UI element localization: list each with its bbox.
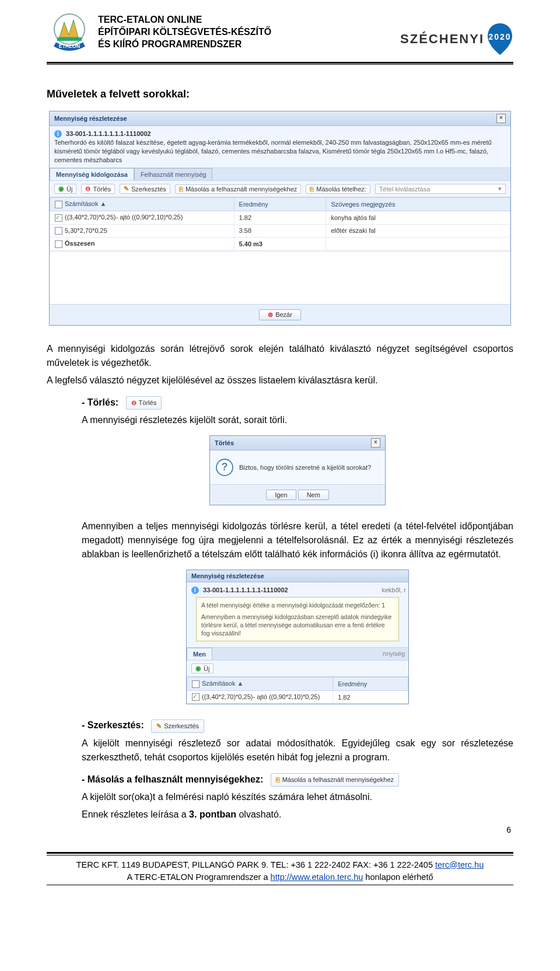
svg-rect-1 (57, 37, 82, 41)
info-icon: i (54, 130, 62, 138)
select-all-checkbox[interactable] (55, 201, 62, 208)
row-checkbox[interactable] (55, 214, 62, 222)
email-link[interactable]: terc@terc.hu (435, 860, 484, 869)
item-info-bar: i 33-001-1.1.1.1.1.1.1-1110002 Teherhord… (50, 126, 510, 168)
section-title: Műveletek a felvett sorokkal: (47, 88, 513, 100)
pin-year: 2020 (488, 32, 511, 41)
question-icon: ? (216, 459, 233, 476)
copy-description-2: Ennek részletes leírása a 3. pontban olv… (82, 808, 513, 822)
page-number: 6 (47, 825, 511, 834)
copy-heading-line: - Másolás a felhasznált mennyiségekhez: … (82, 773, 513, 787)
item-code: 33-001-1.1.1.1.1.1.1-1110002 (203, 586, 288, 593)
chevron-down-icon: ▾ (498, 185, 502, 193)
table-row[interactable]: ((3,40*2,70)*0,25)- ajtó ((0,90*2,10)*0,… (50, 211, 510, 224)
tooltip: A tétel mennyiségi értéke a mennyiségi k… (196, 597, 399, 642)
new-button[interactable]: ◉Új (54, 184, 76, 194)
brand-title: TERC-ETALON ONLINE ÉPÍTŐIPARI KÖLTSÉGVET… (98, 12, 271, 50)
table-row-total: Összesen 5.40 m3 (50, 237, 510, 251)
edit-description: A kijelölt mennyiségi részletező sor ada… (82, 736, 513, 764)
col-calc: Számítások (65, 200, 98, 207)
edit-button-inline[interactable]: ✎Szerkesztés (151, 719, 204, 733)
brand-line-1: TERC-ETALON ONLINE (98, 14, 271, 26)
table-row[interactable]: ((3,40*2,70)*0,25)- ajtó ((0,90*2,10)*0,… (187, 690, 408, 704)
szechenyi-text: SZÉCHENYI (400, 32, 484, 47)
row-checkbox[interactable] (55, 240, 62, 248)
dialog-title: Mennyiség részletezése (54, 115, 127, 122)
tab-fragment[interactable]: Men (187, 648, 212, 660)
no-button[interactable]: Nem (298, 490, 329, 500)
paragraph: A legfelső választó négyzet kijelöléséve… (47, 373, 513, 387)
pin-icon: 2020 (487, 22, 513, 56)
copy-label: - Másolás a felhasznált mennyiségekhez: (82, 774, 263, 784)
calculation-grid: Számítások ▲ Eredmény Szöveges megjegyzé… (50, 197, 510, 250)
szechenyi-logo: SZÉCHENYI 2020 (400, 12, 513, 56)
delete-button[interactable]: ⊖Törlés (81, 184, 115, 194)
col-note: Szöveges megjegyzés (326, 198, 510, 211)
row-checkbox[interactable] (55, 227, 62, 235)
paragraph: Amennyiben a teljes mennyiségi kidolgozá… (82, 519, 513, 561)
copy-button-inline[interactable]: ⎘Másolás a felhasznált mennyiségekhez (271, 773, 399, 787)
document-header: ETALON TERC-ETALON ONLINE ÉPÍTŐIPARI KÖL… (47, 12, 513, 57)
clipped-text: nnyiség (212, 648, 408, 660)
tab-used-quantity[interactable]: Felhasznált mennyiség (134, 168, 213, 180)
clipped-text: kekből, r (382, 586, 406, 595)
svg-text:ETALON: ETALON (59, 43, 80, 49)
close-button[interactable]: ⊗Bezár (259, 309, 301, 320)
new-button[interactable]: ◉Új (191, 663, 214, 673)
quantity-detail-dialog: Mennyiség részletezése × i 33-001-1.1.1.… (49, 111, 511, 326)
delete-button-inline[interactable]: ⊖Törlés (126, 396, 162, 410)
close-icon[interactable]: × (371, 438, 380, 448)
confirm-title: Törlés (215, 439, 234, 446)
dialog-toolbar: ◉Új ⊖Törlés ✎Szerkesztés ⎘Másolás a felh… (50, 180, 510, 197)
dialog-title: Mennyiség részletezése (191, 572, 264, 579)
sort-icon[interactable]: ▲ (100, 200, 107, 207)
document-footer: TERC KFT. 1149 BUDAPEST, PILLANGÓ PARK 9… (47, 852, 513, 885)
paragraph: A mennyiségi kidolgozás során létrejövő … (47, 342, 513, 370)
tab-quantity-calc[interactable]: Mennyiség kidolgozása (50, 168, 134, 180)
delete-heading-line: - Törlés: ⊖Törlés (82, 396, 513, 410)
item-code: 33-001-1.1.1.1.1.1.1-1110002 (66, 130, 151, 137)
edit-button[interactable]: ✎Szerkesztés (120, 184, 170, 194)
select-all-checkbox[interactable] (192, 680, 200, 688)
copy-description-1: A kijelölt sor(oka)t a felmérési napló k… (82, 790, 513, 804)
copy-to-used-button[interactable]: ⎘Másolás a felhasznált mennyiségekhez (175, 184, 301, 194)
brand-line-2: ÉPÍTŐIPARI KÖLTSÉGVETÉS-KÉSZÍTŐ (98, 26, 271, 39)
delete-label: - Törlés: (82, 397, 118, 407)
copy-to-item-label: ⎘Másolás tételhez: (306, 184, 370, 194)
col-result: Eredmény (234, 198, 326, 211)
table-row[interactable]: 5,30*2,70*0,25 3.58 előtér északi fal (50, 224, 510, 237)
row-checkbox[interactable] (192, 693, 200, 701)
header-rule-thick (47, 62, 513, 64)
item-description: Teherhordó és kitöltő falazat készítése,… (54, 139, 492, 163)
quantity-detail-tooltip-crop: Mennyiség részletezése i 33-001-1.1.1.1.… (186, 570, 409, 705)
edit-label: - Szerkesztés: (82, 720, 144, 730)
edit-heading-line: - Szerkesztés: ✎Szerkesztés (82, 718, 513, 732)
item-select-combo[interactable]: Tétel kiválasztása ▾ (375, 184, 506, 194)
confirm-message: Biztos, hogy törölni szeretné a kijelölt… (239, 464, 371, 471)
info-icon[interactable]: i (191, 586, 199, 594)
close-icon[interactable]: × (496, 114, 506, 123)
brand-line-3: ÉS KIÍRÓ PROGRAMRENDSZER (98, 39, 271, 51)
delete-confirm-dialog: Törlés × ? Biztos, hogy törölni szeretné… (209, 435, 386, 505)
terc-etalon-logo: ETALON (47, 12, 92, 57)
delete-description: A mennyiségi részletezés kijelölt sorát,… (82, 413, 513, 427)
website-link[interactable]: http://www.etalon.terc.hu (271, 872, 363, 882)
yes-button[interactable]: Igen (266, 490, 296, 500)
header-rule-thin (47, 64, 513, 65)
